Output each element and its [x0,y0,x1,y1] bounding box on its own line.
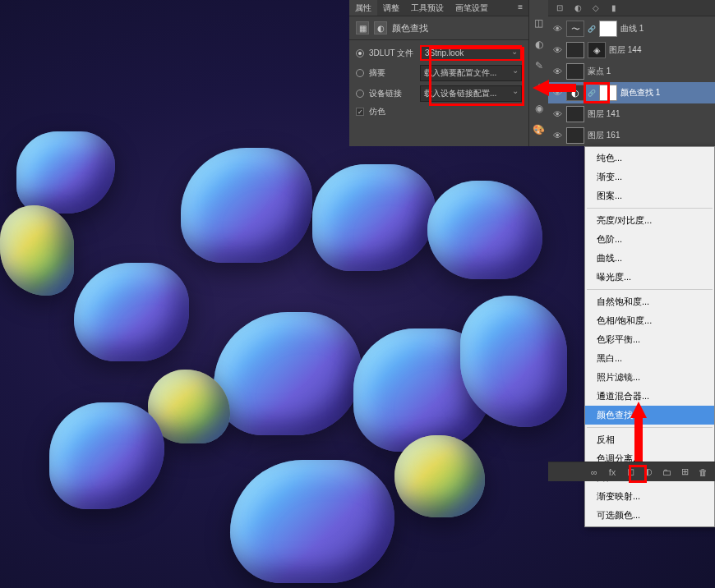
fx-icon[interactable]: ◇ [591,3,601,13]
menu-item[interactable]: 纯色... [585,149,714,168]
menu-item[interactable]: 反相 [585,430,714,449]
trash-icon[interactable]: 🗑 [697,466,708,478]
folder-icon[interactable]: 🗀 [661,466,672,478]
layers-list: 👁 〜 🔗 曲线 1 👁 ◈ 图层 144 👁 蒙点 1 👁 ◐ 🔗 颜色查找 … [548,16,715,148]
layer-row[interactable]: 👁 蒙点 1 [548,61,715,82]
menu-item[interactable]: 曲线... [585,249,714,268]
artwork-blob [394,435,485,517]
visibility-icon[interactable]: 👁 [551,131,563,140]
label-device: 设备链接 [369,88,415,99]
panel-menu-icon[interactable]: ≡ [512,0,528,16]
filter-icon[interactable]: ⊡ [555,3,565,13]
smartobj-icon: ◈ [588,42,606,58]
annotation-box [429,47,524,106]
layers-header: ⊡ ◐ ◇ ▮ [548,0,715,16]
layer-thumb [566,42,584,58]
menu-item[interactable]: 色相/饱和度... [585,311,714,330]
menu-separator [587,289,713,290]
menu-item[interactable]: 色彩平衡... [585,330,714,349]
tab-tool-presets[interactable]: 工具预设 [405,0,450,16]
new-layer-icon[interactable]: ⊞ [679,466,690,478]
histogram-icon[interactable]: ◫ [533,16,546,30]
layers-panel: ⊡ ◐ ◇ ▮ 👁 〜 🔗 曲线 1 👁 ◈ 图层 144 👁 蒙点 1 👁 ◐… [548,0,715,146]
layer-mask[interactable] [599,21,617,37]
layer-row[interactable]: 👁 图层 161 [548,125,715,146]
layer-name: 图层 161 [588,130,620,141]
link-icon: 🔗 [588,25,596,33]
radio-3dlut[interactable] [356,49,364,57]
label-3dlut: 3DLUT 文件 [369,48,415,59]
label-dither: 仿色 [369,106,385,117]
visibility-icon[interactable]: 👁 [551,67,563,76]
layer-name: 蒙点 1 [588,66,611,77]
radio-abstract[interactable] [356,69,364,77]
menu-item[interactable]: 亮度/对比度... [585,211,714,230]
layer-name: 曲线 1 [620,23,644,34]
menu-item[interactable]: 图案... [585,186,714,205]
menu-item[interactable]: 颜色查找... [585,406,714,425]
checkbox-dither[interactable]: ✓ [356,108,364,116]
properties-title: 颜色查找 [392,22,428,34]
fill-icon[interactable]: ▮ [609,3,619,13]
palette-icon[interactable]: 🎨 [533,123,546,136]
contrast-icon[interactable]: ◐ [533,38,546,51]
layer-thumb [566,127,584,144]
grid-icon: ▦ [356,21,369,34]
layer-name: 图层 141 [588,108,620,120]
radio-device[interactable] [356,90,364,98]
annotation-box [629,465,647,483]
panel-tabs: 属性 调整 工具预设 画笔设置 ≡ [349,0,528,16]
menu-separator [587,208,713,209]
artwork-blob [230,460,394,583]
menu-item[interactable]: 曝光度... [585,268,714,287]
visibility-icon[interactable]: 👁 [551,24,563,34]
menu-item[interactable]: 色阶... [585,230,714,249]
swatch-icon[interactable]: ◉ [533,102,546,115]
layer-row[interactable]: 👁 图层 141 [548,103,715,125]
menu-item[interactable]: 通道混合器... [585,387,714,406]
tools-strip: ◫ ◐ ✎ ✦ ◉ 🎨 [528,0,548,146]
annotation-arrow-up [630,402,647,418]
tab-properties[interactable]: 属性 [349,0,377,16]
layer-name: 图层 144 [609,44,641,56]
menu-item[interactable]: 渐变... [585,168,714,186]
layer-name: 颜色查找 1 [620,87,660,99]
layer-thumb [566,63,584,80]
visibility-icon[interactable]: 👁 [551,109,563,119]
label-abstract: 摘要 [369,67,415,79]
layer-row[interactable]: 👁 〜 🔗 曲线 1 [548,18,715,39]
mask-icon: ◐ [374,21,387,34]
menu-item[interactable]: 渐变映射... [585,487,714,506]
tab-brush-settings[interactable]: 画笔设置 [450,0,494,16]
fx-icon[interactable]: fx [607,466,618,478]
menu-item[interactable]: 黑白... [585,349,714,368]
artwork-blob [181,148,312,263]
lock-icon[interactable]: ◐ [573,3,583,13]
curves-thumb: 〜 [566,21,584,37]
link-layers-icon[interactable]: ∞ [588,466,600,478]
annotation-box [584,82,610,103]
tab-adjustments[interactable]: 调整 [377,0,405,16]
annotation-arrow-left [533,80,549,96]
visibility-icon[interactable]: 👁 [551,45,563,55]
layer-thumb [566,106,584,122]
properties-header: ▦ ◐ 颜色查找 [349,16,528,40]
brush-icon[interactable]: ✎ [533,59,546,72]
menu-item[interactable]: 可选颜色... [585,506,714,525]
layer-row[interactable]: 👁 ◈ 图层 144 [548,39,715,61]
menu-item[interactable]: 自然饱和度... [585,292,714,311]
prop-row-dither: ✓ 仿色 [356,106,522,117]
menu-item[interactable]: 照片滤镜... [585,368,714,387]
menu-separator [587,427,713,428]
